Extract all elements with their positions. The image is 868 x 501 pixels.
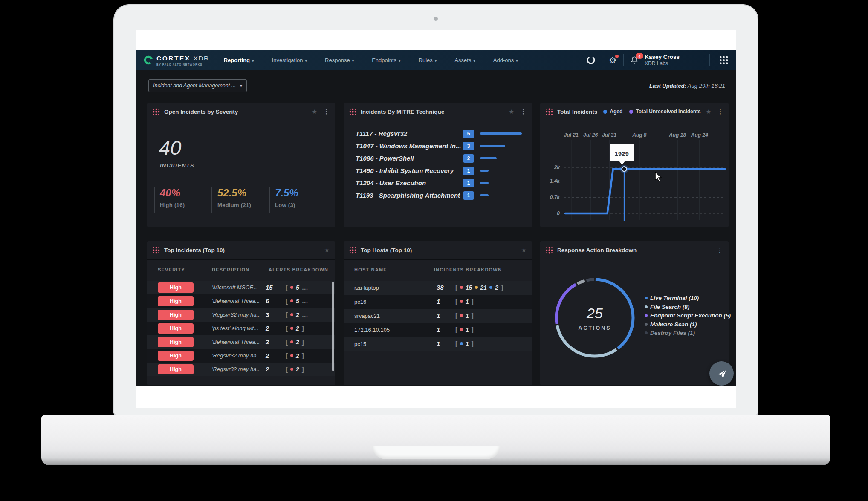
nav-divider <box>623 54 624 66</box>
legend-item[interactable]: File Search (8) <box>645 304 731 310</box>
nav-menu-assets[interactable]: Assets▾ <box>454 57 475 63</box>
column-header[interactable]: ALERTS BREAKDOWN <box>269 267 328 272</box>
total-incidents-chart[interactable]: Jul 21Jul 26Jul 31Aug 8Aug 18Aug 242k1.4… <box>540 121 729 225</box>
favorite-star-icon[interactable]: ★ <box>312 108 317 115</box>
mitre-technique-label: T1490 - Inhibit System Recovery <box>356 167 463 174</box>
widget-title: Open Incidents by Severity <box>164 109 238 115</box>
severity-badge: High <box>158 323 194 334</box>
kebab-menu-icon[interactable]: ⋮ <box>717 246 723 254</box>
mitre-technique-label: T1047 - Windows Management In... <box>356 142 463 150</box>
mitre-count-badge: 1 <box>463 167 474 175</box>
severity-label: Low (3) <box>275 202 327 208</box>
host-name: 172.16.10.105 <box>354 327 390 333</box>
table-row[interactable]: High'ps test' along wit...2[2] <box>147 322 335 335</box>
alert-count: 3 <box>266 311 269 318</box>
table-row[interactable]: pc161[1] <box>344 295 532 309</box>
nav-menu-response[interactable]: Response▾ <box>325 57 354 63</box>
favorite-star-icon[interactable]: ★ <box>509 108 514 115</box>
table-row[interactable]: srvapac211[1] <box>344 309 532 323</box>
legend-item[interactable]: Endpoint Script Execution (5) <box>645 312 731 319</box>
alerts-breakdown: [2… <box>286 311 308 318</box>
widget-title: Response Action Breakdown <box>557 247 637 253</box>
mitre-bar <box>480 145 505 147</box>
table-row[interactable]: High'Microsoft MSOF...15[5… <box>147 281 335 294</box>
alerts-breakdown: [1] <box>455 312 474 319</box>
mitre-row[interactable]: T1193 - Spearphishing Attachment1 <box>356 189 527 202</box>
column-header[interactable]: DESCRIPTION <box>212 267 249 272</box>
table-row[interactable]: High'Regsvr32 may ha...3[2… <box>147 308 335 322</box>
legend-item[interactable]: Destroy Files (1) <box>645 330 731 336</box>
cortex-logo[interactable]: CORTEX XDR BY PALO ALTO NETWORKS <box>143 55 209 66</box>
severity-dot-icon <box>475 286 478 289</box>
table-row[interactable]: High'Regsvr32 may ha...2[2] <box>147 363 335 376</box>
severity-dot-icon <box>489 286 492 289</box>
column-header[interactable]: INCIDENTS BREAKDOWN <box>434 267 502 272</box>
table-row[interactable]: pc151[1] <box>344 337 532 351</box>
dashboard-selector[interactable]: Incident and Agent Management ... ▾ <box>148 79 247 92</box>
notifications-bell-icon[interactable]: 4 <box>629 55 639 65</box>
legend-dot-icon <box>645 297 648 299</box>
user-menu[interactable]: Kasey Cross XDR Labs <box>645 54 680 67</box>
nav-menu-add-ons[interactable]: Add-ons▾ <box>493 57 518 63</box>
laptop-base <box>41 415 830 465</box>
alerts-breakdown: [1] <box>455 340 474 347</box>
mitre-row[interactable]: T1086 - PowerShell2 <box>356 152 527 164</box>
mitre-row[interactable]: T1490 - Inhibit System Recovery1 <box>356 164 527 177</box>
mitre-row[interactable]: T1047 - Windows Management In...3 <box>356 140 527 152</box>
settings-gear-icon[interactable]: ⚙ <box>608 56 618 64</box>
alerts-breakdown: [5… <box>286 297 308 305</box>
cortex-brand-icon <box>143 55 153 65</box>
severity-badge: High <box>158 351 194 361</box>
kebab-menu-icon[interactable]: ⋮ <box>717 108 723 115</box>
widget-grid-icon <box>349 108 356 115</box>
alert-count: 2 <box>266 338 269 346</box>
alerts-breakdown: [1] <box>455 298 474 305</box>
severity-badge: High <box>158 364 194 374</box>
vertical-scrollbar[interactable] <box>332 282 334 371</box>
mitre-count-badge: 2 <box>463 154 474 163</box>
actions-total: 25 <box>587 305 603 322</box>
table-row[interactable]: rza-laptop38[15212] <box>344 281 532 295</box>
kebab-menu-icon[interactable]: ⋮ <box>323 108 330 115</box>
severity-label: High (16) <box>160 202 211 208</box>
severity-label: Medium (21) <box>217 202 269 208</box>
alert-count: 15 <box>266 284 273 291</box>
severity-dot-icon <box>290 313 293 316</box>
legend-item[interactable]: Malware Scan (1) <box>645 321 731 328</box>
mitre-row[interactable]: T1117 - Regsvr325 <box>356 127 527 140</box>
table-row[interactable]: 172.16.10.1051[1] <box>344 323 532 337</box>
column-header[interactable]: HOST NAME <box>354 267 387 272</box>
svg-text:0: 0 <box>557 210 560 216</box>
app-launcher-grid-icon[interactable] <box>718 56 729 64</box>
response-donut-chart[interactable]: 25 ACTIONS <box>553 276 637 360</box>
laptop-mockup: CORTEX XDR BY PALO ALTO NETWORKS Reporti… <box>0 0 868 501</box>
table-row[interactable]: High'Regsvr32 may ha...2[2] <box>147 349 335 363</box>
severity-dot-icon <box>290 286 293 289</box>
column-header[interactable]: SEVERITY <box>158 267 185 272</box>
query-icon[interactable] <box>586 55 596 65</box>
nav-menu-reporting[interactable]: Reporting▾ <box>224 57 254 63</box>
widget-title: Top Hosts (Top 10) <box>361 247 412 253</box>
chart-legend: AgedTotal Unresolved Incidents <box>603 109 700 115</box>
top-hosts-rows: rza-laptop38[15212]pc161[1]srvapac211[1]… <box>344 281 532 351</box>
chevron-down-icon: ▾ <box>516 59 518 63</box>
table-row[interactable]: High'Behavioral Threa...6[5… <box>147 294 335 308</box>
table-row[interactable]: High'Behavioral Threa...2[2] <box>147 335 335 349</box>
nav-menu-endpoints[interactable]: Endpoints▾ <box>372 57 400 63</box>
nav-menu-investigation[interactable]: Investigation▾ <box>272 57 307 63</box>
nav-menu-rules[interactable]: Rules▾ <box>419 57 437 63</box>
severity-badge: High <box>158 337 194 347</box>
alerts-breakdown: [5… <box>286 284 308 291</box>
widget-open-incidents-by-severity: Open Incidents by Severity ★ ⋮ 40 INCIDE… <box>147 103 335 227</box>
feedback-fab-button[interactable] <box>709 361 734 386</box>
legend-item[interactable]: Live Terminal (10) <box>645 295 731 301</box>
mitre-row[interactable]: T1204 - User Execution1 <box>356 177 527 189</box>
chevron-down-icon: ▾ <box>240 84 242 88</box>
favorite-star-icon[interactable]: ★ <box>521 247 527 253</box>
widget-grid-icon <box>546 108 553 115</box>
severity-dot-icon <box>460 314 463 317</box>
widget-grid-icon <box>153 247 160 254</box>
favorite-star-icon[interactable]: ★ <box>324 247 330 253</box>
favorite-star-icon[interactable]: ★ <box>706 108 712 115</box>
kebab-menu-icon[interactable]: ⋮ <box>520 108 527 115</box>
